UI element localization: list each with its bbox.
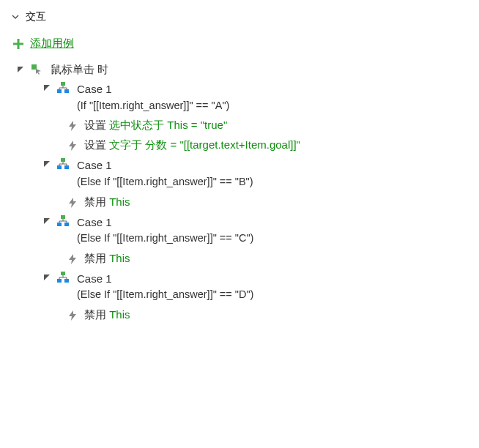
event-row[interactable]: 鼠标单击 时 bbox=[15, 61, 468, 79]
action-row[interactable]: 禁用 This bbox=[67, 249, 468, 269]
svg-rect-11 bbox=[64, 223, 69, 226]
section-header[interactable]: 交互 bbox=[11, 7, 468, 26]
cases-container: Case 1(If "[[Item.right_answer]]" == "A"… bbox=[15, 79, 468, 325]
collapse-triangle-icon[interactable] bbox=[42, 216, 52, 226]
case-condition: (If "[[Item.right_answer]]" == "A") bbox=[77, 98, 229, 114]
action-cmd: 禁用 bbox=[84, 308, 106, 321]
case-label-wrap: Case 1(If "[[Item.right_answer]]" == "A"… bbox=[74, 81, 229, 113]
action-target: 选中状态于 This = "true" bbox=[109, 119, 227, 131]
click-event-icon bbox=[30, 63, 43, 76]
svg-rect-6 bbox=[61, 158, 65, 162]
add-case-row[interactable]: 添加用例 bbox=[11, 32, 468, 61]
section-title: 交互 bbox=[26, 10, 46, 23]
action-row[interactable]: 禁用 This bbox=[67, 193, 468, 212]
case-label-wrap: Case 1(Else If "[[Item.right_answer]]" =… bbox=[74, 271, 253, 303]
svg-rect-14 bbox=[64, 279, 69, 283]
lightning-icon bbox=[67, 310, 78, 321]
svg-rect-5 bbox=[64, 89, 69, 93]
svg-rect-4 bbox=[57, 89, 62, 93]
chevron-down-icon bbox=[11, 12, 20, 21]
case-block: Case 1(Else If "[[Item.right_answer]]" =… bbox=[15, 269, 468, 325]
action-cmd: 禁用 bbox=[84, 252, 106, 264]
case-flow-icon bbox=[56, 81, 70, 94]
svg-rect-9 bbox=[61, 215, 65, 219]
svg-rect-10 bbox=[57, 223, 62, 226]
lightning-icon bbox=[67, 253, 78, 265]
case-label-wrap: Case 1(Else If "[[Item.right_answer]]" =… bbox=[74, 157, 253, 190]
collapse-triangle-icon[interactable] bbox=[15, 64, 26, 75]
case-title: Case 1 bbox=[77, 214, 253, 231]
action-row[interactable]: 设置 选中状态于 This = "true" bbox=[67, 116, 468, 135]
svg-rect-12 bbox=[61, 272, 65, 275]
case-title: Case 1 bbox=[77, 271, 253, 288]
svg-rect-1 bbox=[13, 42, 23, 45]
interactions-tree: 鼠标单击 时 Case 1(If "[[Item.right_answer]]"… bbox=[11, 61, 468, 325]
case-condition: (Else If "[[Item.right_answer]]" == "C") bbox=[77, 231, 253, 247]
lightning-icon bbox=[67, 140, 78, 152]
action-text: 禁用 This bbox=[84, 195, 130, 209]
actions-block: 禁用 This bbox=[42, 249, 468, 269]
case-row[interactable]: Case 1(If "[[Item.right_answer]]" == "A"… bbox=[42, 79, 468, 116]
actions-block: 禁用 This bbox=[42, 305, 468, 325]
case-block: Case 1(Else If "[[Item.right_answer]]" =… bbox=[15, 155, 468, 212]
case-title: Case 1 bbox=[77, 81, 229, 98]
lightning-icon bbox=[67, 120, 78, 132]
case-condition: (Else If "[[Item.right_answer]]" == "D") bbox=[77, 287, 253, 303]
case-row[interactable]: Case 1(Else If "[[Item.right_answer]]" =… bbox=[42, 269, 468, 305]
case-label-wrap: Case 1(Else If "[[Item.right_answer]]" =… bbox=[74, 214, 253, 247]
action-row[interactable]: 设置 文字于 分数 = "[[target.text+Item.goal]]" bbox=[67, 135, 468, 155]
case-condition: (Else If "[[Item.right_answer]]" == "B") bbox=[77, 174, 253, 190]
action-row[interactable]: 禁用 This bbox=[67, 305, 468, 325]
action-text: 禁用 This bbox=[84, 308, 130, 322]
event-label: 鼠标单击 时 bbox=[48, 63, 108, 77]
action-text: 禁用 This bbox=[84, 252, 130, 266]
case-row[interactable]: Case 1(Else If "[[Item.right_answer]]" =… bbox=[42, 212, 468, 249]
collapse-triangle-icon[interactable] bbox=[42, 159, 52, 169]
svg-rect-7 bbox=[57, 165, 62, 169]
action-target: This bbox=[109, 252, 130, 264]
case-block: Case 1(If "[[Item.right_answer]]" == "A"… bbox=[15, 79, 468, 155]
case-flow-icon bbox=[56, 157, 70, 171]
svg-rect-13 bbox=[57, 279, 62, 283]
action-target: This bbox=[109, 195, 130, 208]
action-target: This bbox=[109, 308, 130, 321]
case-row[interactable]: Case 1(Else If "[[Item.right_answer]]" =… bbox=[42, 155, 468, 192]
action-cmd: 设置 bbox=[84, 138, 106, 151]
action-text: 设置 选中状态于 This = "true" bbox=[84, 119, 227, 132]
case-title: Case 1 bbox=[77, 157, 253, 174]
case-block: Case 1(Else If "[[Item.right_answer]]" =… bbox=[15, 212, 468, 269]
svg-rect-2 bbox=[31, 64, 37, 70]
lightning-icon bbox=[67, 197, 78, 209]
svg-rect-3 bbox=[61, 82, 65, 86]
svg-rect-8 bbox=[64, 165, 69, 169]
plus-icon bbox=[12, 38, 24, 50]
actions-block: 禁用 This bbox=[42, 193, 468, 212]
case-flow-icon bbox=[56, 271, 70, 284]
collapse-triangle-icon[interactable] bbox=[42, 272, 52, 283]
action-target: 文字于 分数 = "[[target.text+Item.goal]]" bbox=[109, 138, 300, 151]
case-flow-icon bbox=[56, 214, 70, 228]
collapse-triangle-icon[interactable] bbox=[42, 83, 52, 93]
action-text: 设置 文字于 分数 = "[[target.text+Item.goal]]" bbox=[84, 138, 300, 152]
action-cmd: 禁用 bbox=[84, 195, 106, 208]
action-cmd: 设置 bbox=[84, 119, 106, 131]
actions-block: 设置 选中状态于 This = "true"设置 文字于 分数 = "[[tar… bbox=[42, 116, 468, 155]
add-case-link[interactable]: 添加用例 bbox=[30, 37, 74, 51]
